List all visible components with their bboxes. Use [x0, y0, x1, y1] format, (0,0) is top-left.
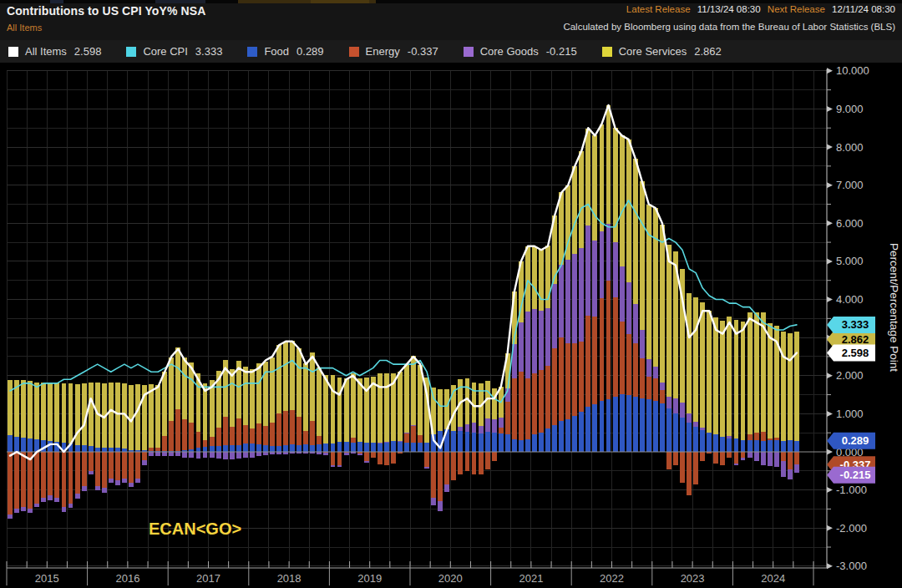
legend-value: -0.337: [408, 45, 438, 58]
chart-plot-area[interactable]: [7, 71, 827, 568]
legend-label: Core CPI: [143, 45, 187, 58]
terminal-chart-window: -3.000-2.000-1.0000.0001.0002.0003.0004.…: [0, 0, 902, 588]
core-cpi-swatch-icon: [126, 47, 136, 57]
svg-text:9.000: 9.000: [836, 103, 864, 115]
cpi-contributions-chart[interactable]: -3.000-2.000-1.0000.0001.0002.0003.0004.…: [0, 0, 902, 588]
y-axis-title: Percent/Percentage Point: [888, 243, 900, 372]
legend-label: Food: [264, 45, 289, 58]
release-info: Latest Release 11/13/24 08:30 Next Relea…: [622, 4, 895, 14]
legend-label: All Items: [25, 45, 67, 58]
next-release-label: Next Release: [768, 4, 825, 14]
value-tags: 2.8623.3332.5980.289-0.337-0.215: [827, 317, 875, 484]
selected-series-label[interactable]: All Items: [7, 23, 42, 33]
all-items-swatch-icon: [8, 47, 18, 57]
svg-text:5.000: 5.000: [836, 255, 864, 267]
source-note: Calculated by Bloomberg using data from …: [563, 22, 895, 32]
svg-text:2.862: 2.862: [842, 333, 869, 346]
food-swatch-icon: [247, 47, 257, 57]
svg-text:2024: 2024: [761, 572, 785, 585]
svg-text:2019: 2019: [357, 572, 382, 585]
svg-text:2020: 2020: [438, 572, 463, 585]
svg-text:1.000: 1.000: [836, 408, 864, 420]
legend-value: 2.598: [74, 45, 102, 58]
legend-item-food[interactable]: Food 0.289: [247, 45, 323, 58]
core-goods-swatch-icon: [464, 47, 474, 57]
legend-value: -0.215: [546, 45, 577, 58]
latest-release-label: Latest Release: [626, 4, 691, 14]
svg-text:2017: 2017: [196, 572, 220, 585]
legend-label: Energy: [366, 45, 400, 58]
window-top-strip: [0, 0, 902, 3]
legend: All Items 2.598 Core CPI 3.333 Food 0.28…: [0, 40, 902, 63]
svg-text:2.598: 2.598: [842, 347, 869, 359]
svg-text:8.000: 8.000: [836, 141, 864, 154]
svg-text:4.000: 4.000: [836, 293, 864, 306]
svg-text:2023: 2023: [681, 572, 705, 585]
legend-value: 2.862: [694, 45, 722, 58]
legend-item-core-cpi[interactable]: Core CPI 3.333: [126, 45, 222, 58]
legend-item-core-goods[interactable]: Core Goods -0.215: [464, 45, 577, 58]
svg-text:0.289: 0.289: [842, 434, 869, 447]
svg-text:6.000: 6.000: [836, 217, 864, 230]
svg-text:2016: 2016: [115, 572, 139, 585]
svg-text:2021: 2021: [519, 572, 543, 585]
svg-text:-0.215: -0.215: [840, 469, 871, 481]
svg-text:2018: 2018: [277, 572, 302, 585]
legend-item-energy[interactable]: Energy -0.337: [349, 45, 438, 58]
legend-label: Core Services: [619, 45, 687, 58]
svg-text:-3.000: -3.000: [836, 560, 867, 572]
svg-text:2022: 2022: [600, 572, 624, 585]
legend-item-all-items[interactable]: All Items 2.598: [8, 45, 101, 58]
next-release-value: 12/11/24 08:30: [832, 4, 895, 14]
energy-swatch-icon: [349, 47, 359, 57]
svg-text:3.333: 3.333: [842, 318, 869, 331]
legend-label: Core Goods: [480, 45, 539, 58]
svg-text:-2.000: -2.000: [836, 522, 867, 535]
legend-value: 0.289: [296, 45, 324, 58]
latest-release-value: 11/13/24 08:30: [697, 4, 761, 14]
svg-text:7.000: 7.000: [836, 179, 864, 191]
svg-text:10.000: 10.000: [836, 64, 869, 77]
legend-item-core-services[interactable]: Core Services 2.862: [602, 45, 722, 58]
legend-value: 3.333: [195, 45, 223, 58]
page-title: Contributions to US CPI YoY% NSA: [7, 4, 205, 18]
chart-header: Contributions to US CPI YoY% NSA Latest …: [0, 0, 902, 63]
svg-text:-1.000: -1.000: [836, 484, 867, 496]
svg-text:2015: 2015: [35, 572, 59, 585]
svg-text:2.000: 2.000: [836, 369, 864, 382]
core-services-swatch-icon: [602, 47, 612, 57]
